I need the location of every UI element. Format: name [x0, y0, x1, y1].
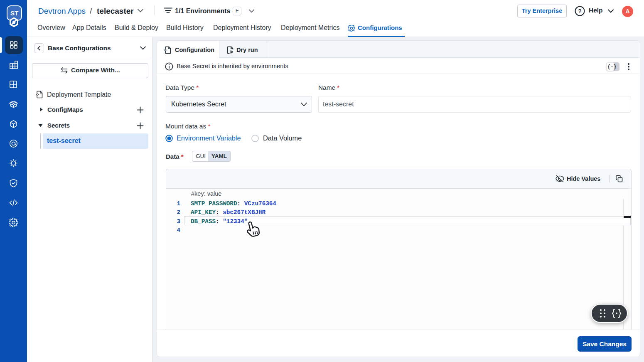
svg-text:?: ? [578, 8, 582, 15]
